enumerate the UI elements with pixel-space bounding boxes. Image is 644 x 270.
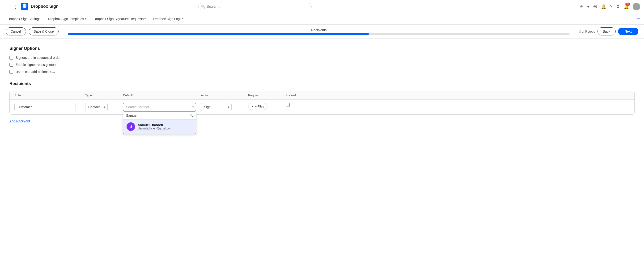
progress-bar-fill: [68, 33, 369, 35]
search-dropdown-input[interactable]: [123, 112, 196, 119]
role-input[interactable]: [14, 103, 76, 111]
nav-settings[interactable]: Dropbox Sign Settings: [4, 13, 44, 24]
search-input-wrap: 🔍: [123, 112, 196, 120]
nav-templates[interactable]: Dropbox Sign Templates ▾: [44, 13, 90, 24]
search-dropdown-icon: 🔍: [190, 114, 194, 117]
nav-logs[interactable]: Dropbox Sign Logs ▾: [150, 13, 187, 24]
sequential-checkbox[interactable]: [10, 56, 13, 60]
main-content: Signer Options Signers are in sequential…: [0, 39, 644, 270]
back-button[interactable]: Back: [598, 28, 616, 36]
search-bar: 🔍: [198, 3, 312, 10]
recipients-title: Recipients: [10, 81, 634, 86]
signature-requests-chevron: ▾: [144, 18, 146, 20]
checkbox-row-optional-cc: Users can add optional CC: [10, 70, 634, 74]
col-locked: Locked: [286, 94, 305, 97]
alerts-button[interactable]: 🔔: [601, 4, 606, 9]
notifications-button[interactable]: 🔔 10: [624, 4, 629, 9]
action-bar-right: 3 of 5 steps Back Next: [579, 28, 638, 36]
files-button[interactable]: + + Files: [248, 103, 268, 110]
default-cell: Search Contact ▾ 🔍 S: [123, 103, 201, 111]
add-recipient-link[interactable]: Add Recipient: [10, 119, 30, 123]
role-cell: [14, 103, 85, 111]
contact-email: chemaly.lucien@gmail.com: [138, 127, 172, 130]
reassignment-label: Enable signer reassignment: [16, 63, 57, 67]
files-plus-icon: +: [252, 105, 254, 108]
reassignment-checkbox[interactable]: [10, 63, 13, 67]
search-input[interactable]: [198, 3, 312, 10]
type-cell: Contact Email ▾: [85, 103, 123, 111]
favorites-button[interactable]: ★: [580, 4, 583, 9]
col-type: Type: [85, 94, 123, 97]
contact-info: Samuel Umoren chemaly.lucien@gmail.com: [138, 123, 172, 130]
request-cell: + + Files: [248, 103, 286, 110]
contact-name: Samuel Umoren: [138, 123, 172, 127]
type-select[interactable]: Contact Email: [85, 103, 108, 111]
type-select-wrap: Contact Email ▾: [85, 103, 108, 111]
progress-section: Recipients: [58, 28, 579, 35]
next-button[interactable]: Next: [618, 28, 638, 35]
user-avatar[interactable]: [633, 3, 640, 11]
secondary-nav: Dropbox Sign Settings Dropbox Sign Templ…: [0, 13, 644, 25]
action-bar-left: Cancel Save & Close: [6, 28, 58, 36]
action-select-wrap: Sign Approve CC ▾: [201, 103, 232, 111]
optional-cc-label: Users can add optional CC: [16, 70, 55, 74]
table-header: Role Type Default Action Request Locked: [10, 91, 634, 100]
recipients-table: Role Type Default Action Request Locked …: [10, 91, 634, 115]
edit-icon[interactable]: ✏: [637, 17, 640, 21]
recipients-section: Recipients Role Type Default Action Requ…: [10, 81, 634, 123]
contact-result-item[interactable]: S Samuel Umoren chemaly.lucien@gmail.com: [123, 120, 196, 134]
settings-button[interactable]: ⚙: [616, 4, 620, 9]
contact-avatar: S: [126, 122, 135, 131]
table-row: Contact Email ▾ Search Contact ▾: [10, 100, 634, 114]
help-button[interactable]: ?: [610, 4, 612, 9]
action-cell: Sign Approve CC ▾: [201, 103, 248, 111]
app-logo: Dropbox Sign: [21, 3, 58, 11]
save-close-button[interactable]: Save & Close: [29, 28, 59, 36]
search-icon: 🔍: [201, 5, 205, 9]
col-action: Action: [201, 94, 248, 97]
add-button[interactable]: ⊕: [593, 4, 597, 10]
notification-badge: 10: [625, 3, 630, 6]
checkbox-row-sequential: Signers are in sequential order: [10, 56, 634, 60]
signer-options-checkboxes: Signers are in sequential order Enable s…: [10, 56, 634, 74]
checkbox-row-reassignment: Enable signer reassignment: [10, 63, 634, 67]
search-contact-wrap: Search Contact ▾ 🔍 S: [123, 103, 196, 111]
step-title: Recipients: [311, 28, 326, 32]
app-name: Dropbox Sign: [31, 4, 58, 9]
search-dropdown: 🔍 S Samuel Umoren chemaly.lucien@gmail.c…: [123, 112, 196, 134]
templates-chevron: ▾: [85, 18, 86, 20]
step-info: 3 of 5 steps: [579, 30, 595, 33]
nav-signature-requests[interactable]: Dropbox Sign Signature Requests ▾: [90, 13, 150, 24]
locked-checkbox[interactable]: [286, 103, 290, 107]
logs-chevron: ▾: [182, 18, 184, 20]
nav-right-actions: ★ ▾ ⊕ 🔔 ? ⚙ 🔔 10: [580, 3, 640, 11]
locked-cell: [286, 103, 305, 107]
action-bar: Cancel Save & Close Recipients 3 of 5 st…: [0, 25, 644, 39]
col-role: Role: [14, 94, 85, 97]
sequential-label: Signers are in sequential order: [16, 56, 61, 60]
dropdown-button[interactable]: ▾: [587, 4, 589, 9]
top-nav: ⋮⋮⋮ Dropbox Sign 🔍 ★ ▾ ⊕ 🔔 ? ⚙ 🔔 10: [0, 0, 644, 13]
action-select[interactable]: Sign Approve CC: [201, 103, 232, 111]
col-default: Default: [123, 94, 201, 97]
signer-options-section: Signer Options Signers are in sequential…: [10, 46, 634, 74]
cancel-button[interactable]: Cancel: [6, 28, 26, 36]
app-grid-icon[interactable]: ⋮⋮⋮: [4, 4, 18, 10]
signer-options-title: Signer Options: [10, 46, 634, 51]
progress-bar-wrap: [68, 33, 570, 35]
search-contact-select[interactable]: Search Contact: [123, 103, 196, 111]
dropbox-logo-icon: [21, 3, 28, 11]
optional-cc-checkbox[interactable]: [10, 70, 13, 74]
col-request: Request: [248, 94, 286, 97]
